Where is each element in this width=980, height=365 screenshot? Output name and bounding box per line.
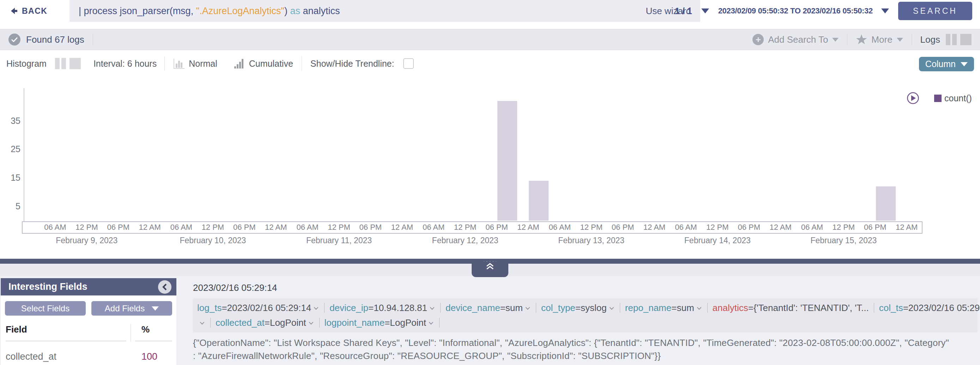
x-tick-label: 06 AM [670,223,702,232]
token-value: =2023/02/16 05:29:14 [221,300,311,315]
token-chevron-down-icon[interactable] [311,306,319,309]
token-divider [440,303,441,313]
y-tick-label: 5 [0,201,21,212]
x-tick-label: 06 PM [229,223,260,232]
token-key: collected_at [216,315,264,330]
token-key: device_ip [329,300,368,315]
add-fields-chevron-down-icon [152,306,159,311]
y-tick-label: 35 [0,116,21,126]
histogram-chart: 5152535 06 AM12 PM06 PM12 AM06 AM12 PM06… [0,0,980,259]
x-tick-label: 12 PM [449,223,481,232]
day-label: February 12, 2023 [420,236,511,245]
field-token[interactable]: log_ts=2023/02/16 05:29:14 [197,300,329,315]
token-divider [210,318,211,328]
x-tick-label: 12 AM [134,223,166,232]
x-tick-label: 12 AM [386,223,418,232]
token-divider [874,303,874,313]
token-chevron-down-icon[interactable] [306,321,314,324]
field-token[interactable]: device_name=sum [445,300,541,315]
token-value: =sum [500,300,523,315]
collapse-fields-button[interactable] [158,280,172,294]
x-tick-label: 06 PM [607,223,639,232]
x-tick-label: 12 PM [71,223,103,232]
field-token[interactable]: analytics={'TenantId': 'TENANTID', 'T... [713,300,879,315]
collapse-panel-tab[interactable] [472,259,508,277]
fields-table-header: Field % [1,324,177,346]
token-value: =10.94.128.81 [368,300,427,315]
x-tick-label: 12 AM [638,223,670,232]
x-tick-label: 12 PM [323,223,355,232]
play-circle-icon[interactable] [907,92,920,105]
field-row[interactable]: collected_at 100 [1,346,177,362]
x-tick-label: 06 PM [102,223,134,232]
x-tick-label: 06 PM [481,223,512,232]
raw-log-line: {"OperationName": "List Workspace Shared… [193,336,978,349]
token-line-2: collected_at=LogPoint logpoint_name=LogP… [197,315,973,330]
field-token[interactable]: col_ts=2023/02/16 05:29:14 [879,300,980,315]
token-key: logpoint_name [325,315,385,330]
raw-log-message: {"OperationName": "List Workspace Shared… [193,336,978,363]
day-label: February 13, 2023 [546,236,637,245]
token-value: =sum [671,300,694,315]
interesting-fields-panel: Interesting Fields Select Fields Add Fie… [1,278,177,365]
y-tick-label: 25 [0,144,21,154]
token-chevron-down-icon[interactable] [523,306,531,309]
x-tick-label: 06 PM [355,223,386,232]
x-tick-label: 06 AM [796,223,828,232]
legend-color-swatch [934,95,942,102]
x-tick-label: 12 AM [512,223,544,232]
token-divider [707,303,708,313]
token-value: ={'TenantId': 'TENANTID', 'T... [748,300,869,315]
token-key: log_ts [197,300,221,315]
log-detail: 2023/02/16 05:29:14 log_ts=2023/02/16 05… [193,282,978,363]
day-label: February 14, 2023 [672,236,764,245]
token-chevron-down-icon[interactable] [426,321,434,324]
log-timestamp: 2023/02/16 05:29:14 [193,282,978,293]
field-token[interactable]: repo_name=sum [625,300,713,315]
x-tick-label: 12 PM [197,223,229,232]
token-chevron-down-icon[interactable] [694,306,702,309]
wrapped-token-chevron-down-icon[interactable] [197,321,205,324]
day-label: February 9, 2023 [41,236,133,245]
histogram-bar[interactable] [497,101,517,221]
y-axis [24,88,24,222]
log-field-tokens: log_ts=2023/02/16 05:29:14 device_ip=10.… [193,298,978,332]
histogram-bar[interactable] [529,181,549,221]
field-column-header: Field [6,324,126,341]
column-divider [130,324,131,342]
fields-table-rows: collected_at 100 [1,346,177,362]
interesting-fields-title: Interesting Fields [8,281,88,292]
double-chevron-up-icon [485,262,495,270]
add-fields-dropdown[interactable]: Add Fields [91,301,172,316]
day-label: February 15, 2023 [798,236,889,245]
x-tick-label: 06 AM [544,223,576,232]
legend-series-label: count() [944,93,972,104]
chevron-left-icon [162,284,167,290]
interesting-fields-header: Interesting Fields [1,278,177,295]
token-key: col_type [541,300,575,315]
token-divider [439,318,439,328]
token-chevron-down-icon[interactable] [607,306,615,309]
token-line-2-items: collected_at=LogPoint logpoint_name=LogP… [216,315,444,330]
token-line-1: log_ts=2023/02/16 05:29:14 device_ip=10.… [197,300,973,315]
percent-column-header: % [135,324,172,341]
day-label: February 10, 2023 [167,236,259,245]
chart-legend: count() [907,92,972,105]
field-token[interactable]: col_type=syslog [541,300,625,315]
fields-panel-buttons: Select Fields Add Fields [1,295,177,316]
select-fields-button[interactable]: Select Fields [5,301,86,316]
token-key: device_name [445,300,500,315]
x-tick-label: 06 AM [165,223,197,232]
field-token[interactable]: device_ip=10.94.128.81 [329,300,445,315]
field-name: collected_at [6,351,130,362]
raw-log-line: : "AzureFirewallNetworkRule", "ResourceG… [193,349,978,363]
field-token[interactable]: logpoint_name=LogPoint [325,315,444,330]
x-tick-label: 06 PM [733,223,765,232]
field-token[interactable]: collected_at=LogPoint [216,315,325,330]
token-divider [324,303,325,313]
token-value: =LogPoint [385,315,426,330]
token-chevron-down-icon[interactable] [427,306,435,309]
token-key: col_ts [879,300,903,315]
histogram-bar[interactable] [876,186,896,221]
field-percent: 100 [135,351,172,362]
